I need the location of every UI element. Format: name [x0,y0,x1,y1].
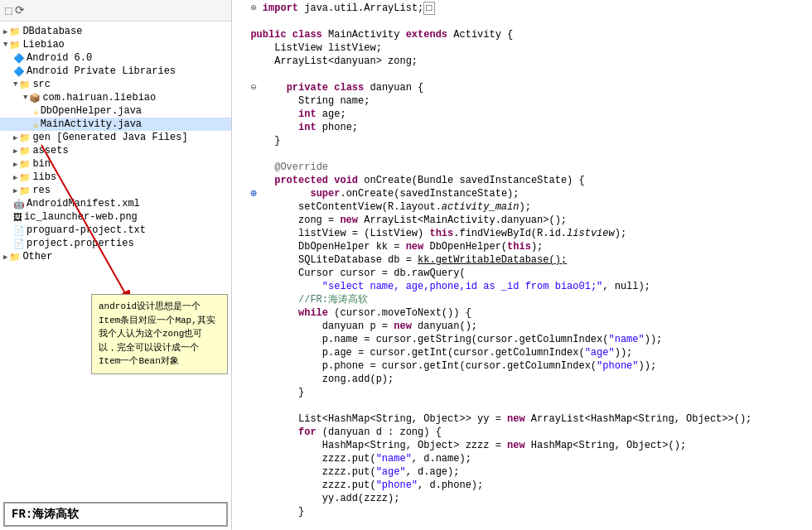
left-panel: ⬚ ⟳ ▶ 📁 DBdatabase ▼ 📁 Liebiao 🔷 Android… [0,0,232,530]
chevron-right-icon: ▶ [13,160,17,169]
tree-label-private-libs: Android Private Libraries [27,65,176,77]
chevron-right-icon: ▶ [13,173,17,182]
tree-label-other: Other [22,251,52,263]
tree-label-libs: libs [32,171,56,183]
folder-icon: 📁 [19,132,31,143]
package-icon: 📦 [29,93,41,104]
tree-label-iclauncher: ic_launcher-web.png [24,211,138,223]
folder-icon: 📁 [9,40,21,51]
tree-item-android60[interactable]: 🔷 Android 6.0 [0,51,231,65]
tree-item-assets[interactable]: ▶ 📁 assets [0,144,231,157]
tree-label-androidmanifest: AndroidManifest.xml [27,198,140,210]
tree-label-assets: assets [32,145,68,157]
tree-item-res[interactable]: ▶ 📁 res [0,184,231,197]
tree-item-mainactivity[interactable]: ☕ MainActivity.java [0,118,231,131]
txt-icon: 📄 [13,225,25,236]
toolbar-icon1[interactable]: ⬚ [5,3,12,17]
chevron-right-icon: ▶ [3,27,7,36]
folder-icon: 📁 [19,146,31,157]
tree-item-libs[interactable]: ▶ 📁 libs [0,171,231,184]
folder-icon: 📁 [9,26,21,37]
tree-item-androidmanifest[interactable]: 🤖 AndroidManifest.xml [0,197,231,210]
toolbar-icon2[interactable]: ⟳ [15,3,25,17]
tree-label-proguard: proguard-project.txt [27,224,146,236]
java-icon: ☕ [33,106,39,117]
chevron-right-icon: ▶ [13,133,17,142]
tree-label-liebiao: Liebiao [22,39,64,51]
tree-item-other[interactable]: ▶ 📁 Other [0,250,231,263]
chevron-down-icon: ▼ [3,41,7,49]
tree-item-dbdatabase[interactable]: ▶ 📁 DBdatabase [0,25,231,38]
folder-icon: 📁 [19,186,31,196]
props-icon: 📄 [13,238,25,249]
bottom-label-container: FR:海涛高软 [3,502,228,527]
xml-icon: 🤖 [13,199,25,210]
annotation-box: android设计思想是一个Item条目对应一个Map,其实我个人认为这个zon… [91,294,228,374]
tree-label-res: res [32,185,51,196]
annotation-text: android设计思想是一个Item条目对应一个Map,其实我个人认为这个zon… [99,301,215,366]
file-tree: ▶ 📁 DBdatabase ▼ 📁 Liebiao 🔷 Android 6.0… [0,22,231,499]
code-content: ⊕ import java.util.ArrayList;□ public cl… [239,2,805,530]
sdk-icon: 🔷 [13,66,25,77]
tree-item-dbopenhelper[interactable]: ☕ DbOpenHelper.java [0,104,231,118]
tree-item-iclauncher[interactable]: 🖼 ic_launcher-web.png [0,210,231,224]
chevron-right-icon: ▶ [13,147,17,156]
bottom-label: FR:海涛高软 [12,508,79,521]
tree-item-bin[interactable]: ▶ 📁 bin [0,157,231,171]
folder-icon: 📁 [9,252,21,263]
chevron-down-icon: ▼ [23,94,27,102]
code-editor[interactable]: ⊕ import java.util.ArrayList;□ public cl… [232,0,812,530]
tree-item-proguard[interactable]: 📄 proguard-project.txt [0,224,231,237]
tree-label-gen: gen [Generated Java Files] [32,132,187,143]
tree-label-bin: bin [32,158,51,170]
tree-item-project[interactable]: 📄 project.properties [0,237,231,250]
tree-label-dbdatabase: DBdatabase [22,26,82,37]
folder-icon: 📁 [19,172,31,183]
folder-icon: 📁 [19,80,31,90]
tree-item-src[interactable]: ▼ 📁 src [0,78,231,91]
chevron-right-icon: ▶ [3,253,7,262]
toolbar: ⬚ ⟳ [0,0,231,22]
tree-label-mainactivity: MainActivity.java [41,118,142,130]
chevron-down-icon: ▼ [13,80,17,89]
tree-label-android60: Android 6.0 [27,52,92,64]
chevron-right-icon: ▶ [13,186,17,195]
tree-label-src: src [32,79,51,90]
code-panel: ⊕ import java.util.ArrayList;□ public cl… [232,0,812,530]
tree-item-com[interactable]: ▼ 📦 com.hairuan.liebiao [0,91,231,104]
folder-icon: 📁 [19,159,31,170]
tree-item-liebiao[interactable]: ▼ 📁 Liebiao [0,38,231,51]
tree-item-private-libs[interactable]: 🔷 Android Private Libraries [0,65,231,78]
java-icon: ☕ [33,119,39,130]
sdk-icon: 🔷 [13,53,25,64]
tree-label-com: com.hairuan.liebiao [42,92,156,104]
tree-item-gen[interactable]: ▶ 📁 gen [Generated Java Files] [0,131,231,144]
tree-label-project: project.properties [27,238,134,249]
tree-label-dbopenhelper: DbOpenHelper.java [41,105,142,117]
png-icon: 🖼 [13,212,22,223]
